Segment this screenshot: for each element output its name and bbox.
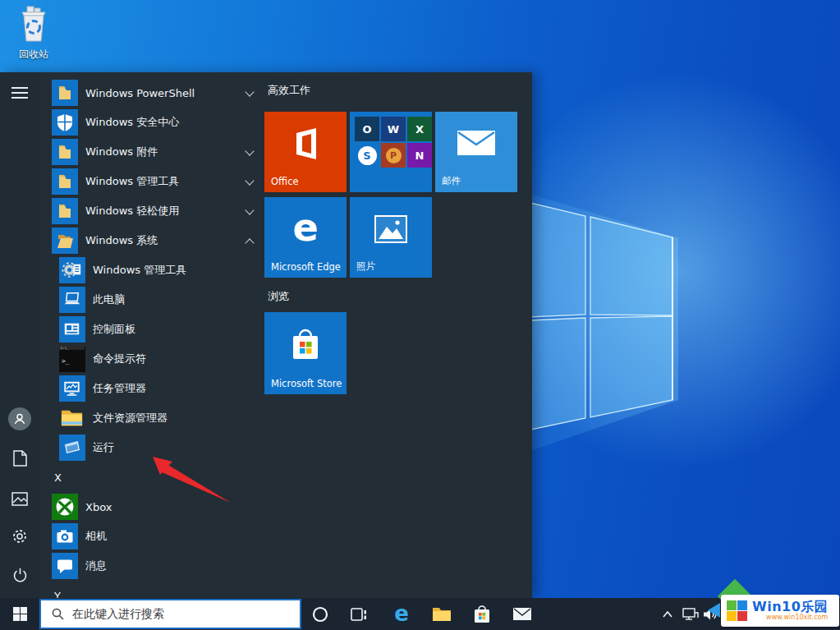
office-icon [288,126,323,165]
watermark-arrow-icon [708,603,720,618]
watermark-url: www.win10xit.com [752,614,828,621]
app-section-header-x: X [39,462,266,492]
app-item-camera[interactable]: 相机 [39,522,266,551]
app-item-task-manager[interactable]: 任务管理器 [39,374,266,403]
tile-office-apps[interactable]: O W X S P N [350,112,432,192]
xbox-icon [52,494,78,520]
edge-icon: e [390,603,413,626]
app-item-xbox[interactable]: Xbox [39,492,266,522]
app-item-command-prompt[interactable]: C:\_ >_ 命令提示符 [39,344,266,374]
chevron-down-icon[interactable] [245,205,254,214]
taskbar-mail-button[interactable] [504,598,540,630]
documents-button[interactable] [10,448,30,468]
tile-microsoft-store[interactable]: Microsoft Store [264,312,347,394]
app-label: 运行 [93,440,114,455]
mail-icon [513,608,531,621]
tray-show-hidden-icons-button[interactable] [657,598,678,630]
folder-icon [52,139,78,165]
admin-tools-icon [59,257,85,283]
chevron-down-icon[interactable] [245,176,254,185]
expand-menu-button[interactable] [10,83,30,103]
power-button[interactable] [10,565,30,585]
recycle-bin-label: 回收站 [7,48,61,62]
excel-icon[interactable]: X [407,117,432,141]
svg-text:e: e [394,603,409,626]
app-label: Windows 轻松使用 [85,204,179,218]
run-icon [59,435,85,461]
cortana-icon [312,606,328,623]
app-label: 消息 [85,559,107,573]
power-icon [12,568,28,583]
app-label: 此电脑 [93,292,125,307]
task-view-button[interactable] [341,598,377,630]
settings-button[interactable] [10,527,30,546]
onenote-icon[interactable]: N [407,143,432,168]
app-item-windows-admin-tools-folder[interactable]: Windows 管理工具 [39,167,266,196]
user-account-button[interactable] [8,407,31,430]
svg-text:e: e [292,206,318,250]
message-icon [52,553,78,579]
app-item-run[interactable]: 运行 [39,433,266,462]
control-panel-icon [59,316,85,343]
app-item-this-pc[interactable]: 此电脑 [39,285,266,315]
search-icon [52,608,64,620]
tile-mail[interactable]: 邮件 [435,112,517,192]
watermark-logo: Win10乐园 www.win10xit.com [721,595,839,627]
app-item-windows-security[interactable]: Windows 安全中心 [39,108,266,137]
store-icon [289,328,322,366]
pictures-button[interactable] [10,489,30,508]
app-label: Windows PowerShell [85,87,195,99]
app-label: 文件资源管理器 [93,411,168,425]
app-item-windows-ease-of-access[interactable]: Windows 轻松使用 [39,196,266,226]
pictures-icon [11,492,28,506]
chevron-down-icon[interactable] [245,146,254,155]
tile-label: Microsoft Store [271,378,342,389]
app-item-messaging[interactable]: 消息 [39,551,266,581]
app-item-control-panel[interactable]: 控制面板 [39,315,266,344]
app-item-windows-accessories[interactable]: Windows 附件 [39,137,266,167]
taskbar-search-box[interactable]: 在此键入进行搜索 [39,599,301,629]
recycle-bin-desktop-icon[interactable]: 回收站 [7,5,61,62]
app-item-windows-system[interactable]: Windows 系统 [39,226,266,255]
tile-label: Office [271,176,299,187]
app-label: Windows 管理工具 [85,174,179,189]
watermark-title: Win10乐园 [752,600,828,614]
tile-office[interactable]: Office [264,112,347,192]
skype-icon[interactable]: S [355,143,379,168]
network-icon [682,608,699,621]
tray-network-button[interactable] [680,598,701,630]
shield-icon [52,109,78,136]
folder-icon [52,168,78,195]
word-icon[interactable]: W [381,117,406,141]
tile-photos[interactable]: 照片 [350,197,432,278]
task-view-icon [350,607,368,622]
start-button[interactable] [0,598,39,630]
app-label: Windows 安全中心 [85,115,179,130]
app-label: 任务管理器 [93,381,146,396]
user-icon [13,412,26,425]
app-item-windows-powershell[interactable]: Windows PowerShell [39,78,266,108]
tile-label: Microsoft Edge [271,261,341,273]
document-icon [13,450,27,467]
taskbar-edge-button[interactable]: e [383,598,420,630]
chevron-down-icon[interactable] [245,87,254,96]
app-label: 相机 [85,529,107,544]
app-item-file-explorer[interactable]: 文件资源管理器 [39,403,266,433]
tile-microsoft-edge[interactable]: e Microsoft Edge [264,197,347,278]
app-label: Windows 管理工具 [93,263,186,278]
chevron-up-icon[interactable] [245,238,254,247]
store-icon [473,605,491,624]
svg-text:>_: >_ [62,357,70,365]
taskbar-store-button[interactable] [464,598,500,630]
app-label: Windows 附件 [85,145,158,159]
task-manager-icon [59,375,85,402]
outlook-icon[interactable]: O [355,117,379,141]
cortana-button[interactable] [302,598,338,630]
powerpoint-icon[interactable]: P [381,143,406,168]
tile-label: 邮件 [442,175,461,187]
app-item-windows-admin-tools[interactable]: Windows 管理工具 [39,255,266,285]
start-menu-rail [0,72,39,598]
win10-leyuan-flag-icon [727,600,747,621]
photos-icon [374,215,407,246]
taskbar-file-explorer-button[interactable] [424,598,460,630]
